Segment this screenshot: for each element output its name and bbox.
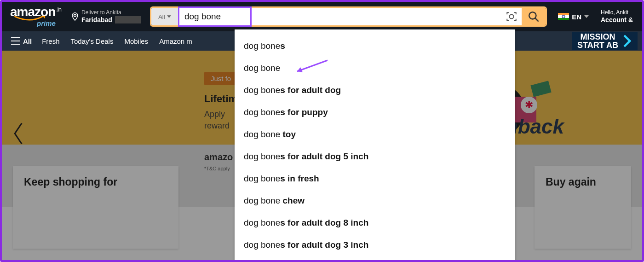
account-menu[interactable]: Hello, Ankit Account & bbox=[596, 10, 638, 23]
nav-fresh[interactable]: Fresh bbox=[36, 35, 65, 48]
suggestion-item[interactable]: dog bones for adult dog 8 inch bbox=[235, 212, 515, 234]
language-selector[interactable]: EN bbox=[552, 13, 594, 21]
camera-lens-icon bbox=[506, 11, 518, 23]
search-category-dropdown[interactable]: All bbox=[151, 8, 178, 25]
magnifier-icon bbox=[528, 11, 540, 23]
suggestion-item[interactable]: dog bones for adult dog bbox=[235, 79, 515, 101]
chevron-right-icon bbox=[623, 34, 631, 48]
suggestion-item[interactable]: dog bone toy bbox=[235, 123, 515, 146]
deliver-to[interactable]: Deliver to Ankita Faridabad bbox=[67, 8, 144, 25]
account-greeting: Hello, Ankit bbox=[601, 10, 633, 16]
search-submit-button[interactable] bbox=[522, 8, 546, 25]
hamburger-icon bbox=[11, 37, 20, 45]
amazon-logo[interactable]: amazon .in prime bbox=[6, 4, 65, 29]
svg-line-3 bbox=[297, 60, 328, 71]
nav-amazon-more[interactable]: Amazon m bbox=[154, 35, 198, 48]
svg-line-2 bbox=[535, 18, 538, 21]
mission-line1: MISSION bbox=[577, 33, 618, 41]
account-label: Account & bbox=[601, 16, 633, 23]
search-bar: All bbox=[150, 6, 547, 27]
language-code: EN bbox=[572, 13, 581, 21]
deliver-line1: Deliver to Ankita bbox=[81, 10, 141, 16]
suggestion-item[interactable]: dog bones for adult dog 3 inch bbox=[235, 234, 515, 256]
mission-line2: START AB bbox=[577, 41, 618, 49]
all-menu-label: All bbox=[23, 37, 32, 45]
caret-down-icon bbox=[167, 15, 171, 18]
suggestion-item[interactable]: dog bone chew bbox=[235, 190, 515, 212]
suggestion-item[interactable]: dog bone bbox=[235, 57, 515, 79]
nav-mobiles[interactable]: Mobiles bbox=[119, 35, 154, 48]
image-search-button[interactable] bbox=[501, 8, 522, 25]
suggestion-item[interactable]: dog bones bbox=[235, 35, 515, 57]
search-suggestions-dropdown: dog bones dog bone dog bones for adult d… bbox=[235, 29, 515, 262]
all-menu-button[interactable]: All bbox=[6, 35, 36, 48]
india-flag-icon bbox=[558, 13, 569, 20]
search-input[interactable] bbox=[178, 8, 501, 25]
logo-tld: .in bbox=[56, 7, 61, 12]
suggestion-item[interactable]: dog bones for puppy bbox=[235, 101, 515, 123]
annotation-arrow-icon bbox=[293, 58, 329, 74]
suggestion-item[interactable]: dog bones for adult dog 5 inch bbox=[235, 146, 515, 168]
nav-todays-deals[interactable]: Today's Deals bbox=[65, 35, 119, 48]
suggestion-item[interactable]: dog bones in fresh bbox=[235, 168, 515, 190]
svg-point-0 bbox=[510, 14, 514, 18]
caret-down-icon bbox=[584, 15, 589, 18]
deliver-city: Faridabad bbox=[81, 16, 112, 23]
mission-banner[interactable]: MISSION START AB bbox=[572, 32, 638, 50]
redacted-block bbox=[115, 16, 141, 23]
logo-prime-text: prime bbox=[37, 19, 56, 27]
top-navbar: amazon .in prime Deliver to Ankita Farid… bbox=[2, 2, 642, 31]
location-pin-icon bbox=[70, 12, 80, 22]
search-category-label: All bbox=[158, 13, 165, 20]
